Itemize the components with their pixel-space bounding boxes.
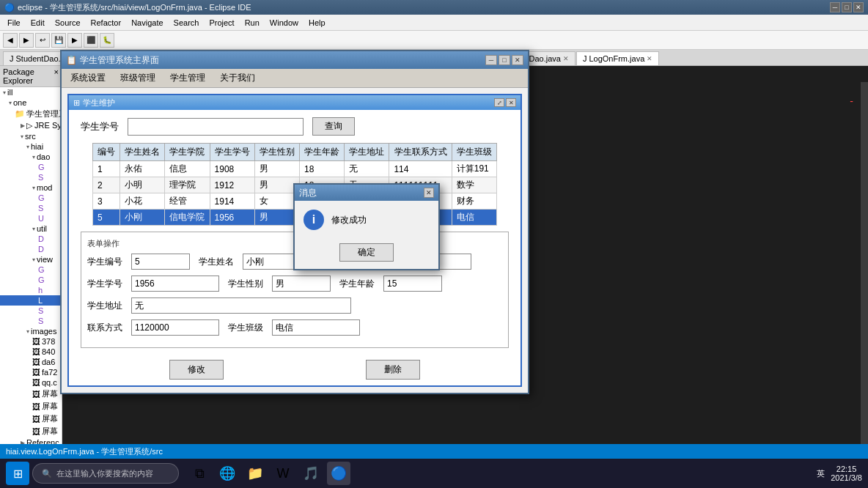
search-button[interactable]: 查询: [312, 117, 355, 136]
tab-logonfrm[interactable]: J LogOnFrm.java ✕: [576, 51, 659, 65]
modify-button[interactable]: 修改: [169, 360, 224, 380]
close-button[interactable]: ✕: [853, 2, 864, 12]
table-row[interactable]: 1 永佑 信息 1908 男 18 无 114 计算191: [93, 161, 497, 177]
student-addr-label: 学生地址: [87, 300, 122, 312]
toolbar-btn-6[interactable]: ⬛: [84, 33, 98, 48]
tree-item-sms[interactable]: 📁学生管理系统: [0, 108, 62, 120]
tree-item-fa72[interactable]: 🖼fa72: [0, 367, 62, 377]
sms-menu-system[interactable]: 系统设置: [65, 70, 111, 86]
tree-item-g3[interactable]: G: [0, 265, 62, 275]
student-gender-input[interactable]: [272, 276, 331, 292]
tree-item-src[interactable]: ▾src: [0, 131, 62, 141]
tree-item-da6[interactable]: 🖼da6: [0, 357, 62, 367]
menu-window[interactable]: Window: [265, 17, 303, 29]
tree-item-screen3[interactable]: 🖼屏幕: [0, 413, 62, 425]
taskbar-search[interactable]: 🔍 在这里输入你要搜索的内容: [32, 463, 179, 484]
taskbar-app-folder[interactable]: 📁: [243, 462, 267, 485]
student-id-input[interactable]: [131, 254, 190, 270]
tree-item-s2[interactable]: S: [0, 203, 62, 213]
toolbar-btn-2[interactable]: ▶: [19, 33, 34, 48]
tree-item-g4[interactable]: G: [0, 275, 62, 285]
tree-item-s1[interactable]: S: [0, 172, 62, 182]
tree-item-mod[interactable]: ▾mod: [0, 182, 62, 193]
delete-button[interactable]: 删除: [366, 360, 420, 380]
toolbar-btn-1[interactable]: ◀: [3, 33, 18, 48]
student-sid-input[interactable]: [131, 276, 219, 292]
taskbar-app-chrome[interactable]: 🌐: [216, 462, 239, 485]
tree-item-g1[interactable]: G: [0, 162, 62, 172]
menu-file[interactable]: File: [3, 17, 25, 29]
tree-item-h1[interactable]: h: [0, 285, 62, 295]
student-age-input[interactable]: [383, 276, 442, 292]
tree-item-378[interactable]: 🖼378: [0, 336, 62, 347]
sms-menu-class[interactable]: 班级管理: [114, 70, 161, 86]
toolbar-btn-4[interactable]: 💾: [51, 33, 66, 48]
tree-item-s4[interactable]: S: [0, 316, 62, 326]
menu-search[interactable]: Search: [169, 17, 204, 29]
msg-btn-row: 确定: [295, 239, 438, 269]
student-phone-input[interactable]: [131, 319, 219, 336]
menu-edit[interactable]: Edit: [26, 17, 49, 29]
inner-restore-button[interactable]: ⤢: [494, 98, 504, 107]
tree-item-screen4[interactable]: 🖼屏幕: [0, 425, 62, 437]
tree-item-d2[interactable]: D: [0, 244, 62, 254]
tree-item-screen1[interactable]: 🖼屏幕: [0, 388, 62, 400]
sms-minimize-button[interactable]: ─: [485, 55, 497, 65]
minimize-button[interactable]: ─: [830, 2, 840, 12]
student-class-label: 学生班级: [228, 322, 263, 334]
menu-refactor[interactable]: Refactor: [87, 17, 126, 29]
taskbar-time-value: 22:15: [831, 465, 862, 473]
tab-close-icon[interactable]: ✕: [647, 55, 652, 62]
menu-navigate[interactable]: Navigate: [127, 17, 167, 29]
tree-item-ill[interactable]: ▾ill: [0, 87, 62, 97]
tree-item-g2[interactable]: G: [0, 193, 62, 203]
col-header-class: 学生班级: [452, 144, 496, 161]
restore-button[interactable]: □: [842, 2, 852, 12]
taskbar-app-eclipse[interactable]: 🔵: [327, 462, 350, 485]
student-class-input[interactable]: [272, 319, 360, 336]
tree-item-images[interactable]: ▾images: [0, 326, 62, 336]
code-scrollbar[interactable]: [861, 82, 868, 444]
tree-item-one[interactable]: ▾one: [0, 97, 62, 108]
search-input[interactable]: [128, 118, 304, 136]
msg-info-icon: i: [304, 210, 324, 230]
tab-close-icon[interactable]: ✕: [563, 55, 569, 62]
tree-item-view[interactable]: ▾view: [0, 254, 62, 265]
sms-menu-about[interactable]: 关于我们: [214, 70, 261, 86]
menu-source[interactable]: Source: [51, 17, 85, 29]
tree-item-hiai[interactable]: ▾hiai: [0, 141, 62, 152]
student-addr-input[interactable]: [131, 297, 351, 314]
tree-item-d1[interactable]: D: [0, 234, 62, 244]
sms-menu-student[interactable]: 学生管理: [164, 70, 211, 86]
menu-run[interactable]: Run: [240, 17, 264, 29]
start-button[interactable]: ⊞: [6, 462, 29, 485]
tree-item-u1[interactable]: U: [0, 213, 62, 223]
tree-item-screen2[interactable]: 🖼屏幕: [0, 400, 62, 413]
tree-item-840[interactable]: 🖼840: [0, 347, 62, 357]
msg-close-button[interactable]: ✕: [424, 188, 434, 198]
sms-icon: 📋: [66, 55, 77, 65]
tree-item-s3[interactable]: S: [0, 306, 62, 316]
cell-id: 1: [93, 161, 120, 177]
tree-item-jre[interactable]: ▶▷ JRE Syste: [0, 120, 62, 131]
toolbar-btn-7[interactable]: 🐛: [100, 33, 114, 48]
tree-item-util[interactable]: ▾util: [0, 223, 62, 234]
col-header-id: 编号: [93, 144, 120, 161]
tree-item-l1-active[interactable]: L: [0, 295, 62, 306]
msg-ok-button[interactable]: 确定: [339, 243, 394, 262]
tree-item-qq[interactable]: 🖼qq.c: [0, 377, 62, 388]
sms-restore-button[interactable]: □: [499, 55, 510, 65]
toolbar-btn-5[interactable]: ▶: [67, 33, 82, 48]
menu-project[interactable]: Project: [205, 17, 238, 29]
taskbar-app-word[interactable]: W: [271, 462, 295, 485]
tree-item-reference[interactable]: ▶Referenc: [0, 437, 62, 444]
tree-item-dao[interactable]: ▾dao: [0, 152, 62, 162]
taskbar-app-taskview[interactable]: ⧉: [188, 462, 211, 485]
taskbar-app-music[interactable]: 🎵: [299, 462, 323, 485]
cell-addr: 无: [345, 161, 389, 177]
menu-help[interactable]: Help: [304, 17, 330, 29]
inner-close-button[interactable]: ✕: [506, 98, 516, 107]
sms-close-button[interactable]: ✕: [512, 55, 523, 65]
toolbar-btn-3[interactable]: ↩: [35, 33, 50, 48]
student-name-label: 学生姓名: [199, 256, 234, 268]
